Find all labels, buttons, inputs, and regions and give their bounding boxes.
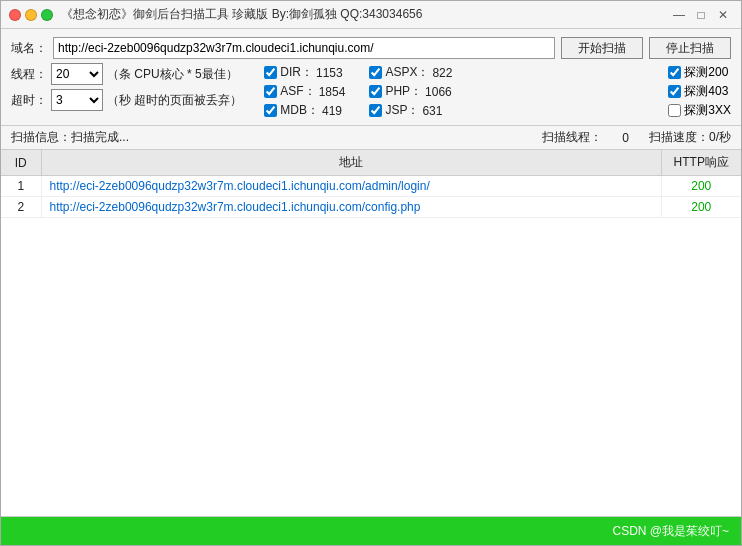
aspx-check-label[interactable]: ASPX： 822 bbox=[369, 64, 452, 81]
timeout-select[interactable]: 12 3 58101520 bbox=[51, 89, 103, 111]
toolbar: 域名： 开始扫描 停止扫描 线程： 20 51015 25304050 （条 C… bbox=[1, 29, 741, 126]
dir-value: 1153 bbox=[316, 66, 343, 80]
results-table-container[interactable]: ID 地址 HTTP响应 1 http://eci-2zeb0096qudzp3… bbox=[1, 150, 741, 517]
status-bar-text: CSDN @我是茱绞叮~ bbox=[612, 523, 729, 540]
aspx-label: ASPX： bbox=[385, 64, 429, 81]
toolbar-row-1: 域名： 开始扫描 停止扫描 bbox=[11, 37, 731, 59]
title-controls: — □ ✕ bbox=[669, 6, 733, 24]
jsp-value: 631 bbox=[422, 104, 442, 118]
detect200-checkbox[interactable] bbox=[668, 66, 681, 79]
mdb-label: MDB： bbox=[280, 102, 319, 119]
close-button[interactable]: ✕ bbox=[713, 6, 733, 24]
jsp-check-label[interactable]: JSP： 631 bbox=[369, 102, 452, 119]
scan-info-status: 扫描完成... bbox=[71, 129, 542, 146]
cell-url[interactable]: http://eci-2zeb0096qudzp32w3r7m.cloudeci… bbox=[41, 197, 661, 218]
mdb-value: 419 bbox=[322, 104, 342, 118]
scan-speed-value: 0/秒 bbox=[709, 129, 731, 146]
maximize-button[interactable]: □ bbox=[691, 6, 711, 24]
timeout-label: 超时： bbox=[11, 92, 47, 109]
dir-label: DIR： bbox=[280, 64, 313, 81]
asf-label: ASF： bbox=[280, 83, 315, 100]
minimize-button[interactable]: — bbox=[669, 6, 689, 24]
php-check-label[interactable]: PHP： 1066 bbox=[369, 83, 452, 100]
checks-col-left: DIR： 1153 ASF： 1854 MDB： 419 bbox=[264, 64, 345, 119]
title-bar: 《想念初恋》御剑后台扫描工具 珍藏版 By:御剑孤独 QQ:343034656 … bbox=[1, 1, 741, 29]
thread-hint: （条 CPU核心 * 5最佳） bbox=[107, 66, 238, 83]
scan-speed-label: 扫描速度： bbox=[649, 129, 709, 146]
aspx-value: 822 bbox=[432, 66, 452, 80]
table-header-row: ID 地址 HTTP响应 bbox=[1, 150, 741, 176]
aspx-checkbox[interactable] bbox=[369, 66, 382, 79]
main-window: 《想念初恋》御剑后台扫描工具 珍藏版 By:御剑孤独 QQ:343034656 … bbox=[0, 0, 742, 546]
scan-info-bar: 扫描信息： 扫描完成... 扫描线程： 0 扫描速度： 0/秒 bbox=[1, 126, 741, 150]
detect3xx-label[interactable]: 探测3XX bbox=[668, 102, 731, 119]
cell-status: 200 bbox=[661, 176, 741, 197]
table-row: 1 http://eci-2zeb0096qudzp32w3r7m.cloude… bbox=[1, 176, 741, 197]
jsp-label: JSP： bbox=[385, 102, 419, 119]
domain-input[interactable] bbox=[53, 37, 555, 59]
asf-check-label[interactable]: ASF： 1854 bbox=[264, 83, 345, 100]
jsp-checkbox[interactable] bbox=[369, 104, 382, 117]
traffic-lights bbox=[9, 9, 53, 21]
timeout-hint: （秒 超时的页面被丢弃） bbox=[107, 92, 242, 109]
dir-checkbox[interactable] bbox=[264, 66, 277, 79]
scan-thread-label: 扫描线程： bbox=[542, 129, 602, 146]
table-row: 2 http://eci-2zeb0096qudzp32w3r7m.cloude… bbox=[1, 197, 741, 218]
thread-select[interactable]: 20 51015 25304050 bbox=[51, 63, 103, 85]
php-value: 1066 bbox=[425, 85, 452, 99]
asf-checkbox[interactable] bbox=[264, 85, 277, 98]
php-label: PHP： bbox=[385, 83, 422, 100]
dir-check-label[interactable]: DIR： 1153 bbox=[264, 64, 345, 81]
cell-id: 2 bbox=[1, 197, 41, 218]
mdb-check-label[interactable]: MDB： 419 bbox=[264, 102, 345, 119]
php-checkbox[interactable] bbox=[369, 85, 382, 98]
toolbar-row-2: 线程： 20 51015 25304050 （条 CPU核心 * 5最佳） 超时… bbox=[11, 63, 731, 119]
min-traffic-light bbox=[25, 9, 37, 21]
detect200-label[interactable]: 探测200 bbox=[668, 64, 731, 81]
cell-status: 200 bbox=[661, 197, 741, 218]
thread-label: 线程： bbox=[11, 66, 47, 83]
results-table: ID 地址 HTTP响应 1 http://eci-2zeb0096qudzp3… bbox=[1, 150, 741, 218]
col-address: 地址 bbox=[41, 150, 661, 176]
detect403-checkbox[interactable] bbox=[668, 85, 681, 98]
col-http: HTTP响应 bbox=[661, 150, 741, 176]
scan-thread-value: 0 bbox=[622, 131, 629, 145]
start-scan-button[interactable]: 开始扫描 bbox=[561, 37, 643, 59]
max-traffic-light bbox=[41, 9, 53, 21]
scan-info-prefix: 扫描信息： bbox=[11, 129, 71, 146]
close-traffic-light bbox=[9, 9, 21, 21]
mdb-checkbox[interactable] bbox=[264, 104, 277, 117]
window-title: 《想念初恋》御剑后台扫描工具 珍藏版 By:御剑孤独 QQ:343034656 bbox=[61, 6, 669, 23]
col-id: ID bbox=[1, 150, 41, 176]
cell-url[interactable]: http://eci-2zeb0096qudzp32w3r7m.cloudeci… bbox=[41, 176, 661, 197]
detect403-label[interactable]: 探测403 bbox=[668, 83, 731, 100]
cell-id: 1 bbox=[1, 176, 41, 197]
status-bar: CSDN @我是茱绞叮~ bbox=[1, 517, 741, 545]
domain-label: 域名： bbox=[11, 40, 47, 57]
detect-checks: 探测200 探测403 探测3XX bbox=[668, 63, 731, 119]
table-body: 1 http://eci-2zeb0096qudzp32w3r7m.cloude… bbox=[1, 176, 741, 218]
stop-scan-button[interactable]: 停止扫描 bbox=[649, 37, 731, 59]
asf-value: 1854 bbox=[319, 85, 346, 99]
detect3xx-checkbox[interactable] bbox=[668, 104, 681, 117]
checks-col-right: ASPX： 822 PHP： 1066 JSP： 631 bbox=[369, 64, 452, 119]
